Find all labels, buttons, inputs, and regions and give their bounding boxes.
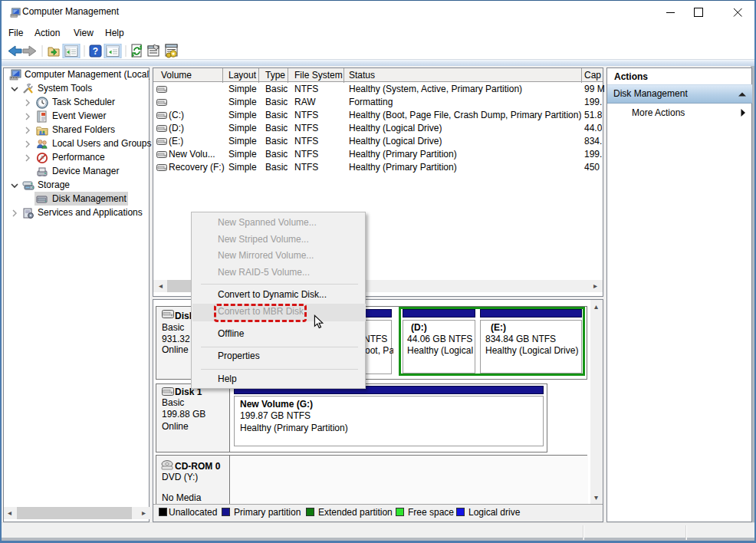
svg-text:?: ? [93, 46, 98, 57]
